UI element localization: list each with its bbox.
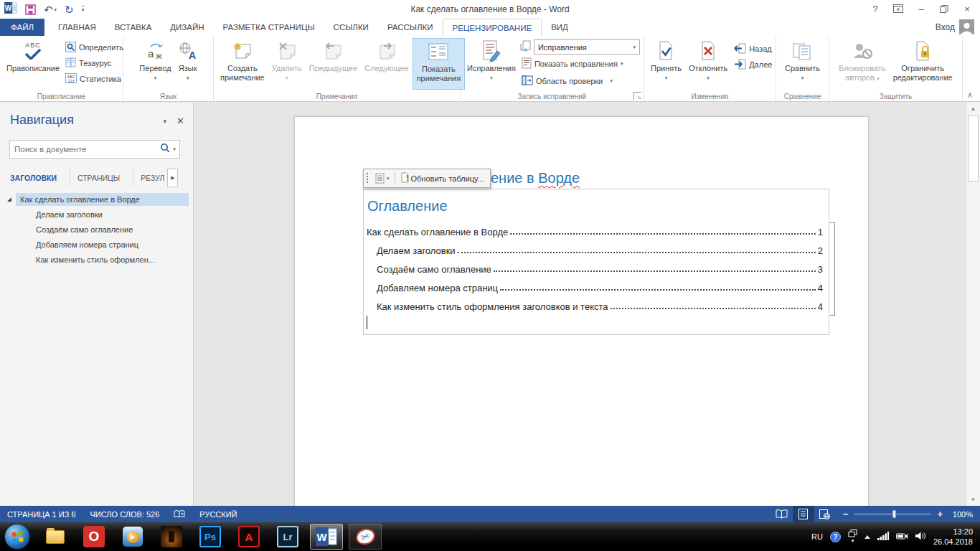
tab-references[interactable]: ССЫЛКИ: [324, 19, 378, 36]
tab-review[interactable]: РЕЦЕНЗИРОВАНИЕ: [443, 19, 542, 36]
toc-entry[interactable]: Делаем заголовки2: [367, 240, 823, 258]
zoom-slider-thumb[interactable]: [892, 510, 896, 518]
previous-comment-button[interactable]: Предыдущее: [306, 38, 361, 90]
zoom-in-button[interactable]: +: [937, 509, 943, 519]
sign-in[interactable]: Вход: [936, 19, 974, 34]
nav-heading-item[interactable]: Как сделать оглавление в Ворде: [0, 192, 189, 207]
close-button[interactable]: ×: [956, 1, 979, 17]
content-control-handle[interactable]: [830, 222, 835, 316]
restore-button[interactable]: [933, 1, 956, 17]
tracking-dialog-launcher[interactable]: ↘: [633, 92, 641, 100]
taskbar-snipping-tool-icon[interactable]: ✂: [349, 524, 382, 550]
scroll-up-arrow-icon[interactable]: ▲: [966, 103, 980, 115]
tab-design[interactable]: ДИЗАЙН: [161, 19, 213, 36]
redo-button[interactable]: ↻: [65, 4, 74, 15]
compare-button[interactable]: Сравнить ▾: [781, 38, 824, 90]
show-markup-button[interactable]: Показать исправления ▾: [519, 56, 640, 72]
ribbon-display-options-button[interactable]: [887, 1, 910, 17]
customize-qat-button[interactable]: ▾: [82, 6, 85, 13]
reviewing-pane-button[interactable]: Область проверки ▾: [519, 73, 640, 89]
document-search-box[interactable]: ▾: [9, 140, 180, 159]
read-mode-button[interactable]: [771, 506, 793, 522]
print-layout-button[interactable]: [793, 506, 814, 522]
tab-view[interactable]: ВИД: [542, 19, 578, 36]
word-count-button[interactable]: ABC123 Статистика: [63, 71, 126, 87]
vertical-scrollbar[interactable]: ▲ ▼: [966, 103, 980, 506]
nav-tab-results[interactable]: РЕЗУЛ: [141, 169, 167, 187]
drag-handle-icon[interactable]: [366, 172, 369, 184]
taskbar-lightroom-icon[interactable]: Lr: [271, 524, 304, 550]
nav-heading-item[interactable]: Как изменить стиль оформлен...: [0, 252, 189, 267]
volume-icon[interactable]: [915, 530, 926, 543]
search-options-caret-icon[interactable]: ▾: [173, 146, 179, 152]
toc-content-control[interactable]: Оглавление Как сделать оглавление в Ворд…: [363, 189, 829, 335]
network-icon[interactable]: [877, 530, 889, 543]
toc-entry[interactable]: Создаём само оглавление3: [367, 258, 823, 277]
toc-entry[interactable]: Добавляем номера страниц4: [367, 277, 823, 296]
undo-button[interactable]: ↶▾: [44, 4, 57, 15]
nav-heading-item[interactable]: Создаём само оглавление: [0, 222, 189, 237]
nav-heading-item[interactable]: Делаем заголовки: [0, 207, 189, 222]
save-button[interactable]: [25, 4, 36, 15]
toc-menu-button[interactable]: ▾: [372, 171, 392, 185]
next-comment-button[interactable]: Следующее: [361, 38, 413, 90]
taskbar-media-player-icon[interactable]: ▶: [116, 524, 149, 550]
search-icon[interactable]: [157, 143, 173, 156]
page-indicator[interactable]: СТРАНИЦА 1 ИЗ 6: [0, 506, 83, 522]
show-hidden-icons-button[interactable]: [864, 535, 870, 539]
show-comments-button[interactable]: Показать примечания: [413, 38, 466, 90]
word-count-indicator[interactable]: ЧИСЛО СЛОВ: 526: [83, 506, 167, 522]
restrict-editing-button[interactable]: Ограничить редактирование: [890, 38, 956, 90]
new-comment-button[interactable]: Создать примечание: [217, 38, 268, 90]
zoom-slider[interactable]: − +: [836, 509, 950, 519]
taskbar-opera-icon[interactable]: O: [77, 524, 110, 550]
delete-comment-button[interactable]: Удалить ▾: [268, 38, 306, 90]
collapse-triangle-icon[interactable]: [7, 197, 11, 202]
toc-entry[interactable]: Как сделать оглавление в Ворде1: [367, 221, 823, 240]
taskbar-acrobat-icon[interactable]: A: [232, 524, 265, 550]
language-tray-indicator[interactable]: RU: [811, 532, 823, 541]
nav-tabs-overflow-button[interactable]: ▶: [167, 169, 178, 187]
tab-insert[interactable]: ВСТАВКА: [105, 19, 161, 36]
taskbar-explorer-icon[interactable]: [39, 524, 72, 550]
language-button[interactable]: А Язык ▾: [175, 38, 201, 90]
power-icon[interactable]: [896, 530, 908, 543]
web-layout-button[interactable]: [814, 506, 836, 522]
tray-clock[interactable]: 13:20 26.04.2018: [933, 527, 973, 547]
display-for-review-combobox[interactable]: Исправления ▾: [534, 39, 640, 55]
spelling-button[interactable]: ABC Правописание: [3, 38, 63, 90]
language-indicator[interactable]: РУССКИЙ: [192, 506, 244, 522]
reject-button[interactable]: Отклонить ▾: [685, 38, 731, 90]
tray-help-icon[interactable]: ?: [830, 532, 841, 542]
proofing-status-icon[interactable]: [166, 506, 192, 522]
start-button[interactable]: [4, 524, 30, 550]
define-button[interactable]: Определить: [63, 39, 126, 55]
scrollbar-thumb[interactable]: [968, 116, 979, 182]
collapse-ribbon-button[interactable]: ∧: [967, 90, 973, 100]
update-table-button[interactable]: ! Обновить таблицу...: [397, 171, 487, 186]
navigation-pane-options-button[interactable]: ▾: [164, 118, 167, 125]
translate-button[interactable]: аж Перевод ▾: [136, 38, 174, 90]
document-page[interactable]: ение в Ворде ▾ ! Обновить таблицу... Огл…: [294, 116, 869, 506]
taskbar-unknown-app-icon[interactable]: [155, 524, 188, 550]
scroll-down-arrow-icon[interactable]: ▼: [966, 494, 980, 506]
tab-mailings[interactable]: РАССЫЛКИ: [378, 19, 443, 36]
help-button[interactable]: ?: [864, 1, 887, 17]
navigation-pane-close-icon[interactable]: ✕: [176, 116, 184, 126]
tray-windows-icon[interactable]: ▾: [848, 529, 857, 544]
tab-file[interactable]: ФАЙЛ: [0, 19, 44, 36]
zoom-out-button[interactable]: −: [843, 509, 849, 519]
block-authors-button[interactable]: Блокировать авторов ▾: [835, 38, 889, 90]
zoom-level[interactable]: 100%: [950, 510, 980, 519]
next-change-button[interactable]: Далее: [731, 57, 774, 72]
nav-tab-pages[interactable]: СТРАНИЦЫ: [77, 169, 133, 187]
minimize-button[interactable]: –: [910, 1, 933, 17]
nav-heading-item[interactable]: Добавляем номера страниц: [0, 237, 189, 252]
search-input[interactable]: [10, 145, 157, 154]
thesaurus-button[interactable]: Тезаурус: [63, 55, 126, 71]
track-changes-button[interactable]: Исправления ▾: [463, 38, 519, 90]
taskbar-photoshop-icon[interactable]: Ps: [194, 524, 227, 550]
taskbar-word-icon[interactable]: W: [310, 524, 343, 550]
nav-tab-headings[interactable]: ЗАГОЛОВКИ: [10, 169, 70, 187]
tab-page-layout[interactable]: РАЗМЕТКА СТРАНИЦЫ: [214, 19, 324, 36]
